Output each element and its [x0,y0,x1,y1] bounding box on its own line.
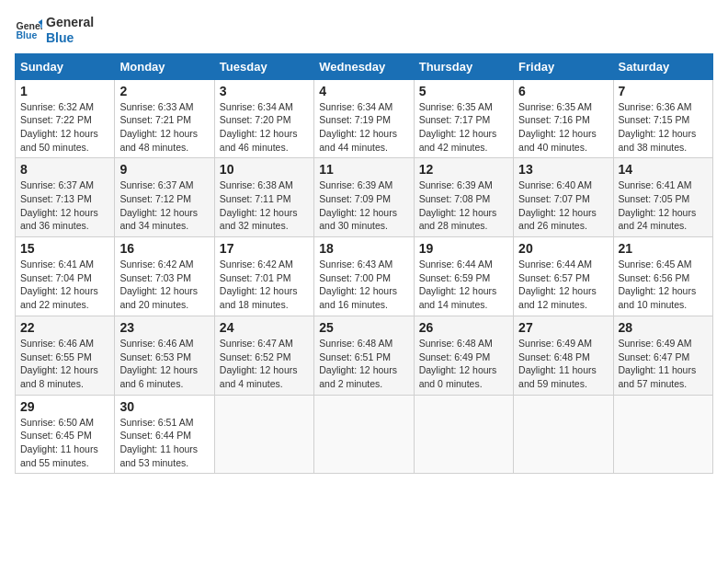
day-info: Sunrise: 6:32 AM Sunset: 7:22 PM Dayligh… [20,100,109,155]
svg-text:Blue: Blue [17,29,38,40]
day-info: Sunrise: 6:38 AM Sunset: 7:11 PM Dayligh… [220,178,309,233]
calendar-table: SundayMondayTuesdayWednesdayThursdayFrid… [15,53,713,475]
day-number: 3 [220,84,309,98]
table-row: 5 Sunrise: 6:35 AM Sunset: 7:17 PM Dayli… [414,79,513,158]
day-number: 15 [20,241,109,256]
day-info: Sunrise: 6:34 AM Sunset: 7:19 PM Dayligh… [319,100,408,155]
day-info: Sunrise: 6:41 AM Sunset: 7:04 PM Dayligh… [20,258,109,312]
table-row: 28 Sunrise: 6:49 AM Sunset: 6:47 PM Dayl… [613,316,712,395]
day-info: Sunrise: 6:37 AM Sunset: 7:12 PM Dayligh… [119,178,209,233]
calendar-week-4: 22 Sunrise: 6:46 AM Sunset: 6:55 PM Dayl… [16,316,713,395]
table-row: 16 Sunrise: 6:42 AM Sunset: 7:03 PM Dayl… [115,237,214,316]
table-row: 12 Sunrise: 6:39 AM Sunset: 7:08 PM Dayl… [414,158,513,237]
table-row: 25 Sunrise: 6:48 AM Sunset: 6:51 PM Dayl… [314,316,414,395]
day-info: Sunrise: 6:33 AM Sunset: 7:21 PM Dayligh… [119,100,209,155]
day-number: 2 [119,84,209,98]
logo: General Blue General Blue [15,15,94,46]
day-number: 21 [619,241,708,256]
table-row [214,395,313,474]
day-info: Sunrise: 6:44 AM Sunset: 6:57 PM Dayligh… [518,258,608,312]
day-info: Sunrise: 6:49 AM Sunset: 6:48 PM Dayligh… [518,337,608,391]
calendar-week-2: 8 Sunrise: 6:37 AM Sunset: 7:13 PM Dayli… [16,158,713,237]
table-row: 17 Sunrise: 6:42 AM Sunset: 7:01 PM Dayl… [214,237,313,316]
day-info: Sunrise: 6:40 AM Sunset: 7:07 PM Dayligh… [518,178,608,233]
table-row: 19 Sunrise: 6:44 AM Sunset: 6:59 PM Dayl… [414,237,513,316]
day-info: Sunrise: 6:50 AM Sunset: 6:45 PM Dayligh… [20,416,109,470]
day-info: Sunrise: 6:44 AM Sunset: 6:59 PM Dayligh… [419,258,508,312]
day-info: Sunrise: 6:43 AM Sunset: 7:00 PM Dayligh… [319,258,408,312]
day-info: Sunrise: 6:35 AM Sunset: 7:17 PM Dayligh… [419,100,508,155]
day-info: Sunrise: 6:39 AM Sunset: 7:09 PM Dayligh… [319,178,408,233]
header-thursday: Thursday [414,53,513,79]
table-row: 24 Sunrise: 6:47 AM Sunset: 6:52 PM Dayl… [214,316,313,395]
table-row: 2 Sunrise: 6:33 AM Sunset: 7:21 PM Dayli… [115,79,214,158]
day-number: 1 [20,84,109,98]
day-info: Sunrise: 6:45 AM Sunset: 6:56 PM Dayligh… [619,258,708,312]
table-row: 11 Sunrise: 6:39 AM Sunset: 7:09 PM Dayl… [314,158,414,237]
day-number: 7 [619,84,708,98]
day-info: Sunrise: 6:46 AM Sunset: 6:53 PM Dayligh… [119,337,209,391]
header-friday: Friday [514,53,613,79]
day-info: Sunrise: 6:36 AM Sunset: 7:15 PM Dayligh… [619,100,708,155]
day-number: 4 [319,84,408,98]
day-number: 26 [419,320,508,335]
header-wednesday: Wednesday [314,53,414,79]
table-row: 21 Sunrise: 6:45 AM Sunset: 6:56 PM Dayl… [613,237,712,316]
header-sunday: Sunday [16,53,115,79]
day-number: 28 [619,320,708,335]
calendar-week-3: 15 Sunrise: 6:41 AM Sunset: 7:04 PM Dayl… [16,237,713,316]
calendar-week-5: 29 Sunrise: 6:50 AM Sunset: 6:45 PM Dayl… [16,395,713,474]
header-tuesday: Tuesday [214,53,313,79]
day-info: Sunrise: 6:37 AM Sunset: 7:13 PM Dayligh… [20,178,109,233]
day-info: Sunrise: 6:46 AM Sunset: 6:55 PM Dayligh… [20,337,109,391]
logo-icon: General Blue [15,17,42,44]
header-saturday: Saturday [613,53,712,79]
day-number: 6 [518,84,608,98]
table-row [514,395,613,474]
logo-blue: Blue [46,30,94,46]
logo-general: General [46,15,94,30]
table-row: 29 Sunrise: 6:50 AM Sunset: 6:45 PM Dayl… [16,395,115,474]
table-row [613,395,712,474]
table-row: 8 Sunrise: 6:37 AM Sunset: 7:13 PM Dayli… [16,158,115,237]
table-row: 4 Sunrise: 6:34 AM Sunset: 7:19 PM Dayli… [314,79,414,158]
day-number: 22 [20,320,109,335]
table-row: 13 Sunrise: 6:40 AM Sunset: 7:07 PM Dayl… [514,158,613,237]
day-number: 23 [119,320,209,335]
day-info: Sunrise: 6:35 AM Sunset: 7:16 PM Dayligh… [518,100,608,155]
header-row: SundayMondayTuesdayWednesdayThursdayFrid… [16,53,713,79]
day-number: 30 [119,399,209,414]
day-number: 13 [518,162,608,177]
calendar-week-1: 1 Sunrise: 6:32 AM Sunset: 7:22 PM Dayli… [16,79,713,158]
day-info: Sunrise: 6:42 AM Sunset: 7:03 PM Dayligh… [119,258,209,312]
day-info: Sunrise: 6:51 AM Sunset: 6:44 PM Dayligh… [119,416,209,470]
day-number: 9 [119,162,209,177]
table-row: 6 Sunrise: 6:35 AM Sunset: 7:16 PM Dayli… [514,79,613,158]
day-info: Sunrise: 6:42 AM Sunset: 7:01 PM Dayligh… [220,258,309,312]
day-number: 5 [419,84,508,98]
day-number: 18 [319,241,408,256]
header-monday: Monday [115,53,214,79]
table-row: 7 Sunrise: 6:36 AM Sunset: 7:15 PM Dayli… [613,79,712,158]
day-number: 29 [20,399,109,414]
day-number: 16 [119,241,209,256]
table-row: 27 Sunrise: 6:49 AM Sunset: 6:48 PM Dayl… [514,316,613,395]
table-row: 1 Sunrise: 6:32 AM Sunset: 7:22 PM Dayli… [16,79,115,158]
table-row: 10 Sunrise: 6:38 AM Sunset: 7:11 PM Dayl… [214,158,313,237]
day-info: Sunrise: 6:39 AM Sunset: 7:08 PM Dayligh… [419,178,508,233]
day-number: 19 [419,241,508,256]
day-number: 8 [20,162,109,177]
day-number: 14 [619,162,708,177]
day-number: 11 [319,162,408,177]
day-info: Sunrise: 6:34 AM Sunset: 7:20 PM Dayligh… [220,100,309,155]
table-row: 20 Sunrise: 6:44 AM Sunset: 6:57 PM Dayl… [514,237,613,316]
page-header: General Blue General Blue [15,15,713,46]
day-number: 20 [518,241,608,256]
table-row: 30 Sunrise: 6:51 AM Sunset: 6:44 PM Dayl… [115,395,214,474]
table-row [314,395,414,474]
day-number: 10 [220,162,309,177]
day-number: 24 [220,320,309,335]
table-row: 9 Sunrise: 6:37 AM Sunset: 7:12 PM Dayli… [115,158,214,237]
day-number: 17 [220,241,309,256]
table-row: 14 Sunrise: 6:41 AM Sunset: 7:05 PM Dayl… [613,158,712,237]
